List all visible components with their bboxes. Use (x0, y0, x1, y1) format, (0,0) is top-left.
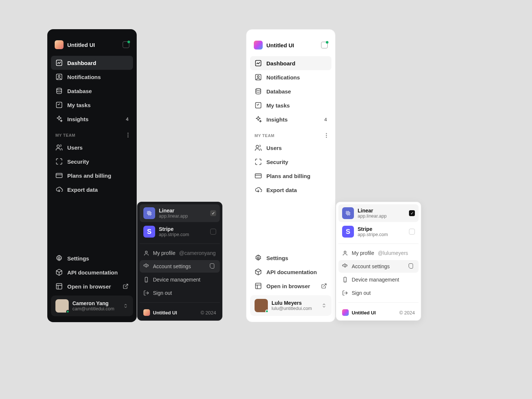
cursor-pointer-icon (209, 263, 215, 269)
nav-label: Open in browser (67, 283, 111, 290)
online-status-icon (265, 310, 269, 313)
svg-rect-10 (256, 75, 261, 80)
nav-label: Settings (266, 255, 288, 261)
brand-name: Untitled UI (67, 42, 95, 48)
svg-rect-6 (56, 173, 62, 178)
nav-notifications[interactable]: Notifications (250, 70, 331, 84)
nav-notifications[interactable]: Notifications (51, 70, 133, 84)
nav-label: Export data (67, 187, 98, 193)
nav-label: Notifications (266, 74, 300, 81)
more-vertical-icon[interactable] (326, 133, 327, 138)
divider (338, 243, 419, 244)
scan-icon (55, 158, 63, 165)
chevron-updown-icon (123, 303, 129, 309)
svg-point-19 (146, 266, 147, 267)
app-switcher-stripe[interactable]: S Stripe app.stripe.com (140, 223, 220, 241)
notification-indicator-icon[interactable] (123, 41, 129, 48)
nav-mytasks[interactable]: My tasks (51, 98, 133, 112)
menu-my-profile[interactable]: My profile @cameronyang (140, 247, 220, 259)
tasks-icon (55, 101, 63, 109)
insights-badge: 4 (126, 116, 129, 122)
nav-label: Database (67, 88, 92, 94)
nav-label: Insights (67, 116, 89, 122)
nav-plans[interactable]: Plans and billing (250, 169, 331, 183)
nav-dashboard[interactable]: Dashboard (51, 56, 133, 70)
user-account-card[interactable]: Lulu Meyers lulu@untitledui.com (250, 295, 331, 316)
nav-database[interactable]: Database (250, 84, 331, 98)
app-url: app.stripe.com (159, 232, 207, 237)
nav-open-browser[interactable]: Open in browser (51, 279, 133, 293)
menu-sign-out[interactable]: Sign out (338, 287, 419, 299)
nav-label: Dashboard (266, 60, 295, 66)
menu-label: Sign out (153, 290, 172, 296)
checkbox-unchecked-icon[interactable] (210, 229, 216, 235)
nav-mytasks[interactable]: My tasks (250, 98, 331, 112)
menu-account-settings[interactable]: Account settings (140, 260, 220, 273)
app-name: Linear (358, 208, 405, 214)
team-section-header: MY TEAM (250, 126, 331, 141)
nav-label: Dashboard (67, 60, 96, 66)
user-square-icon (255, 74, 262, 81)
cube-icon (255, 268, 262, 276)
svg-point-7 (58, 258, 60, 259)
menu-label: My profile (352, 250, 374, 256)
nav-users[interactable]: Users (51, 140, 133, 154)
nav-label: Users (266, 145, 282, 151)
user-account-card[interactable]: Cameron Yang cam@untitledui.com (51, 296, 133, 316)
layout-icon (255, 282, 262, 290)
copyright: © 2024 (399, 310, 415, 316)
nav-dashboard[interactable]: Dashboard (250, 56, 331, 70)
avatar (55, 299, 69, 313)
nav-export[interactable]: Export data (51, 183, 133, 197)
online-status-icon (66, 310, 69, 313)
nav-users[interactable]: Users (250, 141, 331, 155)
svg-point-21 (344, 251, 346, 253)
nav-label: API documentation (266, 269, 317, 275)
menu-device-management[interactable]: Device management (140, 273, 220, 286)
app-switcher-linear[interactable]: Linear app.linear.app (140, 204, 220, 222)
nav-label: Settings (67, 255, 89, 262)
nav-settings[interactable]: Settings (250, 251, 331, 265)
nav-export[interactable]: Export data (250, 183, 331, 197)
more-vertical-icon[interactable] (127, 133, 129, 137)
scan-icon (255, 158, 262, 166)
nav-security[interactable]: Security (51, 154, 133, 168)
user-name: Lulu Meyers (272, 300, 317, 306)
nav-plans[interactable]: Plans and billing (51, 168, 133, 183)
app-name: Stripe (159, 226, 207, 232)
team-section-header: MY TEAM (51, 126, 133, 140)
checkbox-unchecked-icon[interactable] (409, 229, 415, 235)
nav-api[interactable]: API documentation (250, 265, 331, 279)
nav-insights[interactable]: Insights 4 (250, 112, 331, 126)
nav-database[interactable]: Database (51, 84, 133, 98)
nav-api[interactable]: API documentation (51, 265, 133, 279)
logout-icon (143, 290, 149, 296)
nav-insights[interactable]: Insights 4 (51, 112, 133, 126)
account-popup-dark: Linear app.linear.app S Stripe app.strip… (137, 202, 222, 321)
nav-settings[interactable]: Settings (51, 251, 133, 265)
nav-label: Export data (266, 187, 297, 193)
nav-open-browser[interactable]: Open in browser (250, 279, 331, 293)
sparkle-icon (55, 115, 63, 123)
menu-account-settings[interactable]: Account settings (338, 260, 419, 273)
checkbox-checked-icon[interactable] (210, 210, 216, 216)
nav-security[interactable]: Security (250, 155, 331, 169)
nav-label: API documentation (67, 269, 118, 276)
gear-icon (255, 254, 262, 262)
app-url: app.stripe.com (358, 232, 405, 237)
copyright: © 2024 (201, 310, 216, 316)
checkbox-checked-icon[interactable] (409, 210, 415, 216)
notification-indicator-icon[interactable] (321, 42, 328, 48)
app-switcher-stripe[interactable]: S Stripe app.stripe.com (338, 223, 419, 241)
svg-point-14 (256, 145, 259, 148)
avatar (255, 299, 268, 312)
svg-point-16 (258, 257, 259, 259)
menu-my-profile[interactable]: My profile @lulumeyers (338, 247, 419, 259)
menu-device-management[interactable]: Device management (338, 273, 419, 286)
app-switcher-linear[interactable]: Linear app.linear.app (338, 204, 419, 222)
footer-brand-name: Untitled UI (153, 310, 177, 316)
nav-label: My tasks (266, 102, 290, 109)
menu-sign-out[interactable]: Sign out (140, 287, 220, 299)
users-icon (255, 144, 262, 151)
nav-label: My tasks (67, 102, 91, 108)
